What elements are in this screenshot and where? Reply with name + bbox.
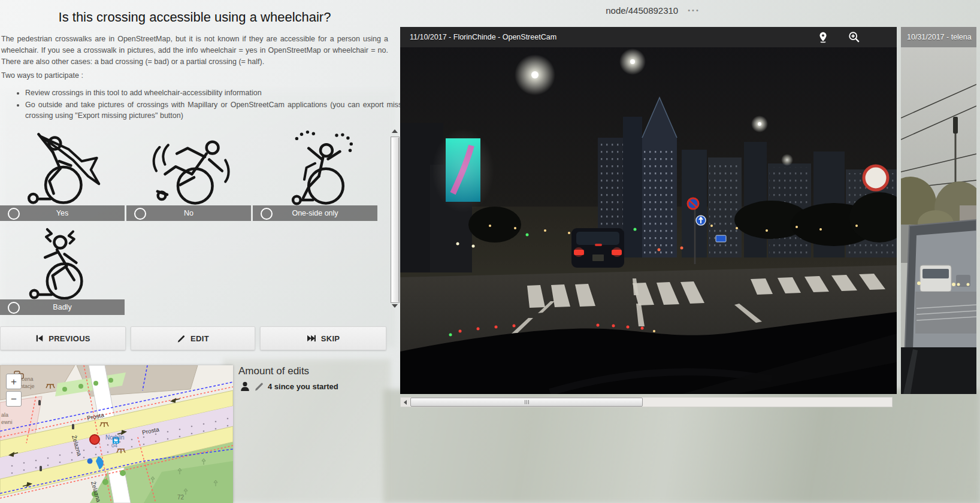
- option-badly-label: Badly: [0, 299, 125, 315]
- map-label-04: 04: [111, 443, 117, 449]
- option-yes-bar[interactable]: Yes: [0, 205, 125, 221]
- map-canvas: Prosta Prosta Żelazna Żelazna Norblin 04…: [0, 365, 233, 503]
- scrollbar-thumb[interactable]: [392, 138, 399, 302]
- location-pin-icon[interactable]: [816, 31, 830, 44]
- night-street-scene: [400, 27, 897, 394]
- zoom-in-icon[interactable]: [848, 31, 861, 44]
- participate-intro: Two ways to participate :: [1, 71, 83, 80]
- question-description: The pedestrian crosswalks are in OpenStr…: [1, 34, 388, 67]
- wheelchair-superhero-icon: [0, 129, 125, 205]
- wheelchair-falling-icon: [126, 129, 251, 205]
- option-one-side-label: One-side only: [253, 205, 377, 221]
- crossing-marker: [90, 435, 99, 444]
- node-id-label: node/4450892310: [606, 5, 678, 16]
- map-label-72: 72: [177, 494, 184, 501]
- photo-position-dot: [87, 459, 93, 464]
- stats-row: 4 since you started: [240, 381, 338, 392]
- pencil-icon: [254, 381, 264, 392]
- scrollbar-track[interactable]: [391, 137, 400, 303]
- stats-value: 4 since you started: [268, 382, 338, 391]
- participate-list: Review crossings in this tool to add whe…: [1, 81, 412, 122]
- edit-button[interactable]: EDIT: [131, 326, 255, 350]
- pencil-icon: [177, 334, 186, 343]
- street-photo-next[interactable]: 10/31/2017 - telena: [901, 27, 976, 394]
- skip-back-icon: [35, 334, 44, 343]
- photo-caption: 10/31/2017 - telena: [907, 33, 972, 41]
- participate-item: Go outside and take pictures of crossing…: [25, 99, 412, 121]
- map-zoom-out-button[interactable]: −: [6, 391, 22, 407]
- wheelchair-headache-icon: [0, 223, 125, 299]
- map-label-norblin: Norblin: [105, 434, 125, 441]
- photo-strip-scrollbar[interactable]: [400, 397, 893, 407]
- option-yes[interactable]: Yes: [0, 129, 125, 221]
- option-no[interactable]: No: [126, 129, 251, 221]
- options-vertical-scrollbar[interactable]: [390, 126, 400, 310]
- skip-button[interactable]: SKIP: [260, 326, 386, 350]
- map-zoom-in-button[interactable]: +: [6, 374, 22, 389]
- street-photo-main[interactable]: 11/10/2017 - FlorinChinde - OpenStreetCa…: [400, 27, 897, 394]
- day-street-scene: [901, 27, 976, 394]
- option-badly-bar[interactable]: Badly: [0, 299, 125, 315]
- stats-title: Amount of edits: [238, 365, 309, 377]
- map-label-ewni: ewni: [1, 419, 13, 425]
- scroll-up-arrow-icon[interactable]: [392, 129, 398, 133]
- option-one-side-bar[interactable]: One-side only: [253, 205, 377, 221]
- skip-forward-icon: [307, 334, 316, 343]
- scrollbar-thumb[interactable]: [410, 398, 643, 407]
- option-one-side[interactable]: One-side only: [253, 129, 377, 221]
- wheelchair-juggling-icon: [253, 129, 377, 205]
- option-no-label: No: [126, 205, 251, 221]
- edit-button-label: EDIT: [190, 334, 209, 343]
- ellipsis-icon[interactable]: •••: [688, 4, 700, 17]
- skip-button-label: SKIP: [321, 334, 340, 343]
- scroll-down-arrow-icon[interactable]: [392, 304, 398, 308]
- photo-caption-bar: 10/31/2017 - telena: [901, 27, 976, 47]
- scroll-left-arrow-icon[interactable]: [401, 398, 410, 407]
- previous-button[interactable]: PREVIOUS: [0, 326, 126, 350]
- option-yes-label: Yes: [0, 205, 125, 221]
- mini-map[interactable]: Prosta Prosta Żelazna Żelazna Norblin 04…: [0, 365, 233, 503]
- previous-button-label: PREVIOUS: [49, 334, 90, 343]
- option-badly[interactable]: Badly: [0, 223, 125, 315]
- scrollbar-grip: [527, 400, 527, 404]
- page-title: Is this crossing accessible using a whee…: [0, 10, 389, 25]
- photo-caption: 11/10/2017 - FlorinChinde - OpenStreetCa…: [410, 33, 556, 41]
- participate-item: Review crossings in this tool to add whe…: [25, 87, 412, 98]
- car-ahead: [571, 228, 624, 268]
- header: node/4450892310 •••: [575, 4, 731, 17]
- user-icon: [240, 381, 250, 392]
- app-window: node/4450892310 ••• Is this crossing acc…: [0, 0, 980, 503]
- map-label-ala: ala: [1, 412, 8, 418]
- option-no-bar[interactable]: No: [126, 205, 251, 221]
